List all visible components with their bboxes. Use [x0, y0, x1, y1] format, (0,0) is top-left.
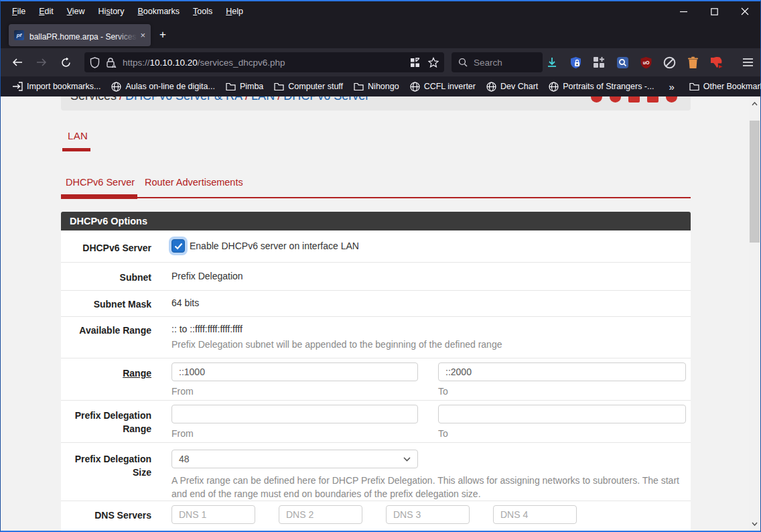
privacy-shield-icon[interactable]: [568, 55, 583, 70]
new-tab-button[interactable]: +: [159, 28, 166, 42]
bookmark-label: Aulas on-line de digita...: [125, 82, 214, 91]
globe-icon: [410, 82, 420, 92]
content-blocker-icon[interactable]: [662, 55, 677, 70]
range-to-label: To: [438, 386, 686, 397]
pd-range-to-input[interactable]: [438, 405, 686, 423]
dns-server-4-input[interactable]: [493, 505, 577, 524]
header-help-icon[interactable]: [666, 96, 677, 103]
select-value: 48: [179, 454, 190, 464]
header-action-icon[interactable]: [647, 96, 659, 103]
enable-dhcpv6-checkbox[interactable]: [171, 239, 185, 253]
trash-icon[interactable]: [685, 55, 700, 70]
dns-server-3-input[interactable]: [386, 505, 470, 524]
bookmark-portraits-of-strangers-[interactable]: Portraits of Strangers -...: [543, 79, 659, 94]
bookmark-label: Import bookmarks...: [27, 82, 100, 91]
menu-history[interactable]: History: [92, 4, 131, 19]
form-row-available-range: Available Range :: to ::ffff:ffff:ffff:f…: [61, 316, 691, 358]
ublock-origin-icon[interactable]: uO: [638, 55, 653, 70]
vertical-scrollbar[interactable]: [749, 96, 760, 531]
url-bar[interactable]: https://10.10.10.20/services_dhcpv6.php: [84, 52, 444, 72]
tab-router-advertisements[interactable]: Router Advertisements: [145, 177, 243, 188]
panel-body: DHCPv6 Server Enable DHCPv6 server on in…: [61, 230, 691, 531]
folder-icon: [354, 82, 364, 91]
forward-button[interactable]: [31, 52, 52, 72]
menu-bookmarks[interactable]: Bookmarks: [132, 4, 186, 19]
breadcrumb-lan[interactable]: LAN: [251, 96, 275, 103]
import-icon: [13, 82, 23, 91]
scroll-up-arrow-icon[interactable]: [749, 98, 760, 109]
minimize-button[interactable]: [668, 1, 699, 21]
menu-edit[interactable]: Edit: [33, 4, 60, 19]
bookmarks-overflow-chevron[interactable]: »: [659, 81, 683, 92]
other-bookmarks-folder[interactable]: Other Bookmarks: [684, 79, 761, 94]
menu-view[interactable]: View: [61, 4, 91, 19]
subtab-divider-line: [61, 197, 691, 198]
bookmark-computer-stuff[interactable]: Computer stuff: [269, 79, 348, 94]
bookmark-aulas-on-line-de-digita-[interactable]: Aulas on-line de digita...: [106, 79, 220, 94]
bookmark-label: CCFL inverter: [424, 82, 476, 91]
header-action-icon[interactable]: [628, 96, 640, 103]
bookmark-ccfl-inverter[interactable]: CCFL inverter: [405, 79, 481, 94]
breadcrumb-separator: /: [117, 96, 125, 103]
dislike-icon[interactable]: [709, 55, 723, 70]
tab-dhcpv6-server[interactable]: DHCPv6 Server: [66, 177, 135, 188]
subnet-value: Prefix Delegation: [171, 263, 691, 290]
bookmark-label: Portraits of Strangers -...: [563, 82, 654, 91]
page-actions-grid-icon[interactable]: [410, 58, 420, 68]
field-label: Subnet: [61, 263, 151, 290]
breadcrumb-separator: /: [243, 96, 251, 103]
download-icon[interactable]: [545, 55, 559, 70]
menu-tools[interactable]: Tools: [187, 4, 218, 19]
bookmark-import-bookmarks-[interactable]: Import bookmarks...: [7, 79, 106, 94]
header-action-icon[interactable]: [610, 96, 621, 103]
search-box[interactable]: Search: [452, 52, 543, 72]
chevron-down-icon: [403, 457, 411, 462]
pd-range-from-label: From: [171, 428, 418, 439]
extensions-grid-icon[interactable]: [592, 55, 606, 70]
pd-range-from-input[interactable]: [171, 405, 418, 423]
breadcrumb-dhcpv6-server-ra[interactable]: DHCPv6 Server & RA: [125, 96, 243, 103]
range-to-input[interactable]: [438, 362, 686, 381]
maximize-button[interactable]: [699, 1, 730, 21]
breadcrumb: Services/DHCPv6 Server & RA/LAN/DHCPv6 S…: [61, 96, 691, 111]
pd-range-to-label: To: [438, 428, 686, 439]
lock-warning-icon[interactable]: [106, 57, 117, 68]
app-menu-button[interactable]: [738, 52, 758, 72]
folder-icon: [274, 82, 284, 91]
field-label: Range: [123, 368, 151, 379]
range-from-input[interactable]: [171, 362, 418, 381]
menu-help[interactable]: Help: [220, 4, 249, 19]
dhcpv6-options-panel: DHCPv6 Options DHCPv6 Server Enable DHCP…: [61, 212, 691, 531]
tab-close-icon[interactable]: ×: [140, 30, 145, 40]
breadcrumb-dhcpv6-server[interactable]: DHCPv6 Server: [283, 96, 369, 103]
form-row-prefix-delegation-size: Prefix Delegation Size 48 A Prefix range…: [61, 442, 691, 501]
prefix-delegation-size-select[interactable]: 48: [171, 450, 418, 468]
menu-file[interactable]: File: [6, 4, 31, 19]
pfsense-favicon-icon: pf: [14, 30, 24, 40]
bookmark-star-icon[interactable]: [428, 57, 439, 68]
bookmark-pimba[interactable]: Pimba: [220, 79, 269, 94]
bookmark-nihongo[interactable]: Nihongo: [348, 79, 405, 94]
reload-button[interactable]: [56, 52, 76, 72]
form-row-dns-servers: DNS Servers: [61, 501, 691, 531]
available-range-help: Prefix Delegation subnet will be appende…: [171, 339, 691, 350]
browser-tab[interactable]: pf ballaPR.home.arpa - Services: D ×: [9, 24, 151, 46]
bookmarks-list: Import bookmarks...Aulas on-line de digi…: [7, 79, 659, 94]
reload-icon: [61, 58, 71, 68]
tracking-protection-shield-icon[interactable]: [90, 57, 100, 68]
tab-lan[interactable]: LAN: [68, 130, 88, 141]
bookmark-dev-chart[interactable]: Dev Chart: [481, 79, 543, 94]
header-action-icon[interactable]: [591, 96, 602, 103]
dns-server-1-input[interactable]: [171, 505, 255, 524]
scroll-down-arrow-icon[interactable]: [749, 518, 760, 529]
search-placeholder: Search: [474, 58, 502, 68]
checkbox-label[interactable]: Enable DHCPv6 server on interface LAN: [190, 241, 359, 251]
minimize-icon: [680, 8, 687, 15]
scrollbar-thumb[interactable]: [750, 121, 760, 243]
dns-server-2-input[interactable]: [279, 505, 362, 524]
close-window-button[interactable]: [730, 1, 760, 21]
search-preview-icon[interactable]: [615, 55, 630, 70]
back-button[interactable]: [7, 52, 27, 72]
breadcrumb-separator: /: [275, 96, 283, 103]
globe-icon: [111, 82, 121, 92]
